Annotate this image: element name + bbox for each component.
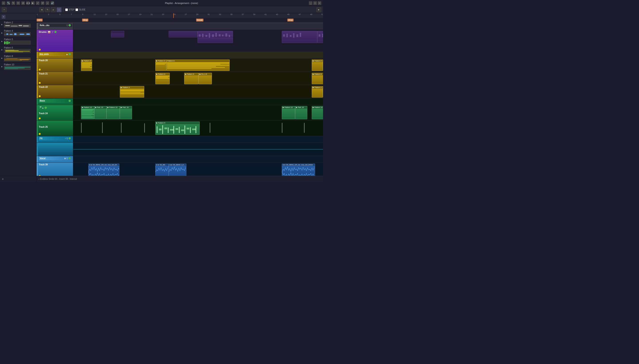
track-name-t24: Track 24 — [39, 112, 72, 114]
clip-drums-4[interactable] — [282, 31, 317, 43]
svg-rect-41 — [290, 35, 291, 37]
step-checkbox[interactable] — [65, 8, 68, 11]
clip-t20-p6-2[interactable]: ▶ Pattern 6 — [155, 60, 166, 71]
sidebar-add-button[interactable]: + — [2, 15, 5, 18]
slide-checkbox[interactable] — [76, 8, 78, 11]
group-name-instr: Ins..ents — [40, 53, 49, 56]
record-button[interactable]: ⌀ — [51, 7, 56, 12]
clip-t24-p10-2[interactable]: ▶ Patt..10 — [94, 106, 107, 119]
playhead[interactable] — [173, 13, 174, 18]
drums-mute-button[interactable] — [54, 31, 57, 33]
lane-fx-group — [73, 136, 323, 143]
clip-drums-1[interactable]: ... — [111, 31, 124, 38]
svg-rect-32 — [209, 33, 210, 38]
track-header-fxlane — [37, 143, 73, 156]
prev-icon[interactable]: ◄◄ — [26, 1, 30, 5]
clip-t20-p6-3[interactable]: Pattern 6 — [166, 60, 230, 71]
bass-mute-button[interactable] — [69, 100, 71, 102]
clip-t24-p10-4[interactable]: ▶ Patt..10 — [120, 106, 132, 119]
clip-t25-p5-1[interactable]: ▶ Pattern 5 — [155, 122, 200, 135]
undo-icon[interactable]: ↺ — [41, 1, 44, 5]
t24-arrow-icon[interactable]: ▲ — [42, 107, 44, 109]
ruler-section-intro-0: intro — [37, 18, 43, 22]
instr-mute-button[interactable] — [69, 53, 71, 55]
clip-t24-p10-5[interactable]: ▶ Pattern 10 — [282, 106, 295, 119]
home-icon[interactable]: ⌂ — [2, 1, 5, 5]
clip-t20-p6-1[interactable]: ▶ Pattern 6 — [81, 60, 92, 71]
clip-t24-p10-3[interactable]: ▶ Pattern 10 — [107, 106, 120, 119]
pattern-item-4[interactable]: ▶ Pattern 4 — [0, 29, 36, 37]
pattern-item-10[interactable]: ▶ Pattern 10 — [0, 62, 36, 71]
ruler-mark-15: 15 — [116, 13, 119, 16]
clip-t21-p8-1[interactable]: ▶ Pattern 8 — [155, 73, 170, 84]
svg-rect-77 — [121, 92, 140, 93]
clip-drums-5[interactable] — [317, 31, 323, 43]
note-icon[interactable]: ♩ — [46, 1, 49, 5]
pattern-item-5[interactable]: ▶ Pattern 5 — [0, 37, 36, 46]
clip-t39-audio-2[interactable]: ►► DS_MDH2_125..se_wet_► — [155, 164, 169, 176]
instr-arrow-icon[interactable]: ▲ — [66, 53, 68, 56]
clip-t21-p8-4[interactable]: ▶ Pattern 8 — [312, 73, 323, 84]
vocal-link-icon[interactable]: ⊗ — [64, 157, 66, 160]
cut-icon[interactable]: ✂ — [17, 1, 20, 5]
resize-icon[interactable]: ⤢ — [36, 1, 40, 5]
svg-rect-35 — [219, 34, 220, 36]
svg-rect-4 — [23, 26, 29, 26]
drums-arrow-icon[interactable]: ▽ — [52, 31, 54, 33]
clip-t39-audio-3[interactable]: ►► DS_MDH2..t_D#min — [169, 164, 186, 176]
minimize-button[interactable]: _ — [309, 1, 312, 5]
ruler: 1357911131517192123252729313335373941434… — [37, 13, 323, 23]
clip-t21-p8-3[interactable]: ▶ Pa..n 8 — [199, 73, 212, 84]
add-pattern-button[interactable]: + — [2, 177, 4, 181]
fx-mute-button[interactable] — [69, 137, 71, 140]
vocal-mute-button[interactable] — [69, 157, 71, 160]
clip-t22-p2-1[interactable]: ▶ Pattern 2 — [120, 86, 144, 98]
clip-t20-p6-5[interactable]: Pattern 6 — [323, 60, 323, 71]
clip-drums-3[interactable] — [197, 31, 233, 43]
play-icon[interactable]: ▶ — [31, 1, 35, 5]
t24-mute-button[interactable] — [45, 107, 47, 109]
group-name-vocal: Vocal — [40, 157, 46, 160]
pattern-item-6[interactable]: ▶ Pattern 6 — [0, 46, 36, 54]
clip-t24-p10-6[interactable]: ▶ Patt..10 — [295, 106, 307, 119]
clip-t39-audio-1[interactable]: ►► DS_MDH2_125_voc..orus_wet_D#min — [88, 164, 119, 176]
fx-arrow-icon[interactable]: ▽ — [66, 137, 68, 140]
close-button[interactable]: × — [318, 1, 321, 5]
draw-button[interactable]: ✎ — [45, 7, 50, 12]
clip-t22-p2-2[interactable]: ▶ Pattern 2 — [312, 86, 323, 98]
piano-button[interactable]: ♫ — [57, 7, 62, 12]
vol-icon[interactable]: 🔊 — [51, 1, 54, 5]
clip-t24-p10-1[interactable]: ▶ Pattern 10 — [81, 106, 94, 119]
pattern-triangle: ▶ — [1, 57, 3, 59]
add-track-button[interactable]: + — [2, 7, 7, 12]
refe-arrow-icon[interactable]: ▽ — [66, 24, 68, 26]
svg-rect-23 — [4, 60, 22, 60]
clip-t39-audio-4[interactable]: ►► DS_MDH2_125_voc..orus_wet_D#min — [282, 164, 315, 176]
deloop-icon[interactable]: ⊘ — [21, 1, 25, 5]
clip-t22-p2-3[interactable]: Pattern 2 — [323, 86, 323, 98]
maximize-button[interactable]: □ — [313, 1, 317, 5]
clip-drums-2[interactable] — [169, 31, 197, 38]
clip-t21-p8-2[interactable]: ▶ Pattern 8 — [184, 73, 199, 84]
playlist-prev-button[interactable]: ◄ — [39, 7, 44, 12]
track-header-t21: Track 21 — [37, 72, 73, 85]
vocal-arrow-icon[interactable]: ▽ — [66, 157, 68, 160]
pattern-preview — [4, 49, 31, 53]
clip-t20-p6-4[interactable]: ▶ Pattern 6 — [312, 60, 323, 71]
tool-icon[interactable]: ✎ — [12, 1, 15, 5]
track-lanes[interactable]: ... — [73, 23, 323, 176]
pattern-item-2[interactable]: ▶ Pattern 2 — [0, 20, 36, 29]
clip-t24-p10-7[interactable]: ▶ Pattern 10 — [312, 106, 323, 119]
lane-instr — [73, 52, 323, 58]
track-header-drums: Drums 🥁 ▽ ... — [37, 30, 73, 52]
refe-mute-button[interactable] — [69, 24, 71, 26]
pattern-label: Pattern 5 — [4, 38, 31, 40]
fx-bar — [73, 149, 323, 150]
ruler-section-drop-1: drop — [82, 18, 88, 22]
fx-up-icon[interactable]: ↑ — [65, 137, 66, 140]
playlist-next-button[interactable]: ► — [316, 7, 321, 12]
pattern-preview — [4, 58, 31, 62]
toolbar: + ◄ ✎ ⌀ ♫ STEP SLIDE ► — [0, 6, 323, 13]
pattern-item-8[interactable]: ▶ Pattern 8 — [0, 54, 36, 62]
magnet-icon[interactable]: 🔧 — [7, 1, 10, 5]
